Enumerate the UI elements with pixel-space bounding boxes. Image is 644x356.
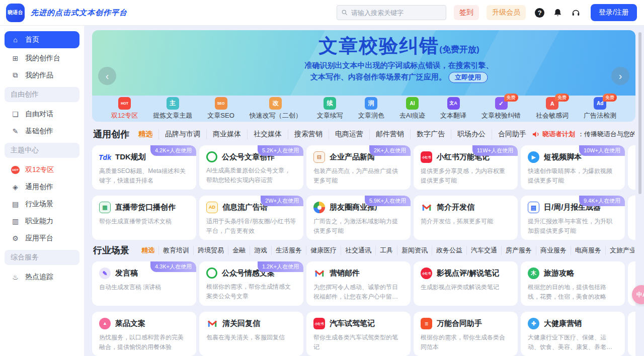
usage-badge: 9.4K+人在使用 xyxy=(579,196,625,206)
card-head: ▦直播带货口播创作 xyxy=(99,202,189,213)
dish-icon: ▲ xyxy=(99,318,111,329)
hero-banner[interactable]: 文章校验纠错(免费开放) 准确识别出文本中出现的字词或标点错误，在搜索引擎、 文… xyxy=(92,30,635,122)
tab-电商运营[interactable]: 电商运营 xyxy=(329,129,369,139)
checkin-button[interactable]: 签到 xyxy=(454,5,479,20)
tab-游戏[interactable]: 游戏 xyxy=(250,246,271,255)
tool-quick-rewrite[interactable]: 改快速改写（二创） xyxy=(250,97,302,120)
tab-金融[interactable]: 金融 xyxy=(228,246,250,255)
banner-next-arrow[interactable]: › xyxy=(611,67,629,85)
tool-article-polish[interactable]: 润文章润色 xyxy=(358,97,384,120)
tab-文旅产业[interactable]: 文旅产业 xyxy=(605,246,634,255)
clapperboard-icon: ▦ xyxy=(99,202,111,213)
card-title: 企业产品新闻 xyxy=(330,152,375,162)
sidebar-item-我的作品[interactable]: ⧉我的作品 xyxy=(5,67,79,83)
announcement-banner[interactable]: 晓语者计划：传播晓语台与您的故事，200000元现金派送中! xyxy=(532,130,634,139)
card-marketing-email[interactable]: 营销邮件为您撰写令人感动、诚挚的节日祝福邮件，让您在客户心中留下深刻... xyxy=(306,261,411,306)
card-intro-letter[interactable]: 简介开发信简介开发信，拓展更多可能 xyxy=(414,196,518,240)
card-head: 小红书汽车试驾笔记 xyxy=(313,318,404,329)
card-travel-guide[interactable]: 木旅游攻略根据您的目的地，提供包括路线，花费，住宿，美食的攻略 xyxy=(521,261,625,306)
video-camera-icon: ▶ xyxy=(528,151,539,163)
sidebar-item-基础创作[interactable]: ✎基础创作 xyxy=(5,123,79,139)
card-report-generator[interactable]: 9.4K+人在使用▤日/周/月报生成器提升汇报效率与丰富性，为升职加薪提供更多可… xyxy=(521,196,625,240)
tool-remove-ai-trace[interactable]: AI去AI痕迹 xyxy=(399,97,425,120)
app-logo[interactable]: 晓语台 xyxy=(6,4,25,22)
card-wechat-emotional[interactable]: 1.2K+人在使用公众号情感文案根据你的需求，帮你生成情感文案类公众号文章 xyxy=(199,261,303,306)
card-description: 包装产品亮点，为产品推广提供更多可能 xyxy=(313,166,404,186)
proofread-shield-icon: ✓免费 xyxy=(495,97,508,110)
tab-政务公益[interactable]: 政务公益 xyxy=(432,246,466,255)
sidebar-item-通用创作[interactable]: ◈通用创作 xyxy=(5,179,79,195)
sidebar-item-双12专区[interactable]: HOT双12专区 xyxy=(5,161,79,178)
sidebar-item-职业能力[interactable]: ▥职业能力 xyxy=(5,213,79,229)
tab-跨境贸易[interactable]: 跨境贸易 xyxy=(193,246,228,255)
tdk-icon: Tdk xyxy=(99,151,111,163)
card-tdk-planning[interactable]: 4.2K+人在使用TdkTDK规划高质量SEO标题、Meta描述和关键字，快速提… xyxy=(92,145,196,190)
card-speech-draft[interactable]: 4.3K+人在使用✎发言稿自动生成发言稿 演讲稿 xyxy=(92,261,196,306)
card-test-drive-note[interactable]: 小红书汽车试驾笔记帮你生成各类汽车试驾类型的笔记 xyxy=(306,312,411,356)
tab-工具[interactable]: 工具 xyxy=(375,246,397,255)
tab-商业服务[interactable]: 商业服务 xyxy=(536,246,571,255)
sidebar-item-首页[interactable]: ⌂首页 xyxy=(5,31,79,48)
use-now-button[interactable]: 立即使用 xyxy=(448,72,488,83)
tab-汽车交通[interactable]: 汽车交通 xyxy=(466,246,501,255)
upgrade-member-button[interactable]: 升级会员 xyxy=(487,5,526,20)
tab-教育培训[interactable]: 教育培训 xyxy=(158,246,193,255)
tab-电商服务[interactable]: 电商服务 xyxy=(571,246,605,255)
card-short-video-script[interactable]: 10W+人在使用▶短视频脚本快速创作吸睛脚本，为爆款视频提供更多可能 xyxy=(521,145,625,190)
remove-ai-icon: AI xyxy=(406,97,419,110)
tab-邮件营销[interactable]: 邮件营销 xyxy=(369,129,410,139)
tab-职场办公[interactable]: 职场办公 xyxy=(451,129,492,139)
card-feed-ad-copy[interactable]: 2W+人在使用AD信息流广告语适用于头条/抖音/朋友圈/小红书等平台，广告更有效 xyxy=(199,196,303,240)
tool-ad-law-check[interactable]: Ad免费广告法检测 xyxy=(584,97,616,120)
headset-support-icon[interactable] xyxy=(571,8,581,17)
tab-精选[interactable]: 精选 xyxy=(137,129,158,139)
tab-品牌与市调[interactable]: 品牌与市调 xyxy=(158,129,206,139)
app-tagline: 先进的点击式文本创作平台 xyxy=(31,8,127,18)
card-contract-helper[interactable]: ≡万能合同助手根据你的需求，帮你生成各类合同范本 xyxy=(414,312,518,356)
sidebar-item-自由对话[interactable]: ❏自由对话 xyxy=(5,106,79,122)
card-dish-copy[interactable]: ▲菜品文案热忱服务，以口感和营养的完美融合，提供愉悦的用餐体验 xyxy=(92,312,196,356)
card-customs-reply[interactable]: 清关回复信包裹在海关清关，客服回复信 xyxy=(199,312,303,356)
sidebar-item-热点追踪[interactable]: ♨热点追踪 xyxy=(5,269,79,285)
tool-article-continue[interactable]: 续文章续写 xyxy=(317,97,343,120)
search-input[interactable] xyxy=(351,9,442,17)
card-enterprise-news[interactable]: 2K+人在使用⊟企业产品新闻包装产品亮点，为产品推广提供更多可能 xyxy=(306,145,411,190)
card-head: ≡万能合同助手 xyxy=(421,318,511,329)
workbench-icon: ⊞ xyxy=(11,54,20,62)
tab-房产服务[interactable]: 房产服务 xyxy=(501,246,536,255)
tool-extract-topic[interactable]: 主提炼文章主题 xyxy=(153,97,192,120)
sidebar-item-应用平台[interactable]: ⚙应用平台 xyxy=(5,230,79,246)
card-livestream-script[interactable]: ▦直播带货口播创作帮你生成直播带货话术文稿 xyxy=(92,196,196,240)
tab-生活服务[interactable]: 生活服务 xyxy=(271,246,306,255)
sidebar-item-我的创作台[interactable]: ⊞我的创作台 xyxy=(5,50,79,66)
tab-商业媒体[interactable]: 商业媒体 xyxy=(206,129,247,139)
tool-sensitive-words[interactable]: A免费社会敏感词 xyxy=(536,97,569,120)
tab-搜索营销[interactable]: 搜索营销 xyxy=(288,129,329,139)
card-movie-review-note[interactable]: 小红书影视点评/解说笔记生成影视点评类或解说类笔记 xyxy=(414,261,518,306)
banner-prev-arrow[interactable]: ‹ xyxy=(98,67,116,85)
tool-proofread[interactable]: ✓免费文章校验纠错 xyxy=(481,97,521,120)
card-moments-promo[interactable]: 5.9K+人在使用朋友圈商业推广广而告之，为激活私域影响力提供更多可能 xyxy=(306,196,411,240)
tab-精选[interactable]: 精选 xyxy=(137,246,158,255)
login-register-button[interactable]: 登录/注册 xyxy=(591,4,637,21)
card-xiaohongshu-note[interactable]: 11W+人在使用小红书小红书万能笔记提供更多分享灵感，为内容权重提供更多可能 xyxy=(414,145,518,190)
tool-double12[interactable]: HOT双12专区 xyxy=(111,97,138,120)
search-box[interactable] xyxy=(337,5,446,20)
card-head: 小红书影视点评/解说笔记 xyxy=(421,268,511,279)
card-health-marketing[interactable]: ✚大健康营销大健康行业下医疗、保健、运动、饮食、美容、康复、养老等场景... xyxy=(521,312,625,356)
tab-数字广告[interactable]: 数字广告 xyxy=(410,129,451,139)
tab-新闻资讯[interactable]: 新闻资讯 xyxy=(397,246,432,255)
tab-健康医疗[interactable]: 健康医疗 xyxy=(306,246,341,255)
sidebar-item-行业场景[interactable]: ▤行业场景 xyxy=(5,196,79,212)
card-head: 简介开发信 xyxy=(421,202,511,213)
home-icon: ⌂ xyxy=(11,36,20,44)
help-icon[interactable]: ? xyxy=(535,8,544,18)
card-wechat-article[interactable]: 5.2K+人在使用公众号文章创作AI生成高质量原创公众号文章，帮助您轻松实现内容… xyxy=(199,145,303,190)
tab-社交通讯[interactable]: 社交通讯 xyxy=(341,246,375,255)
tool-article-seo[interactable]: SEO文章SEO xyxy=(207,97,234,120)
tab-社交媒体[interactable]: 社交媒体 xyxy=(247,129,288,139)
tool-text-translate[interactable]: 文A文本翻译 xyxy=(440,97,466,120)
notification-bell-icon[interactable] xyxy=(553,8,562,17)
scrollbar-thumb[interactable] xyxy=(638,32,641,194)
tab-合同助手[interactable]: 合同助手 xyxy=(492,129,532,139)
